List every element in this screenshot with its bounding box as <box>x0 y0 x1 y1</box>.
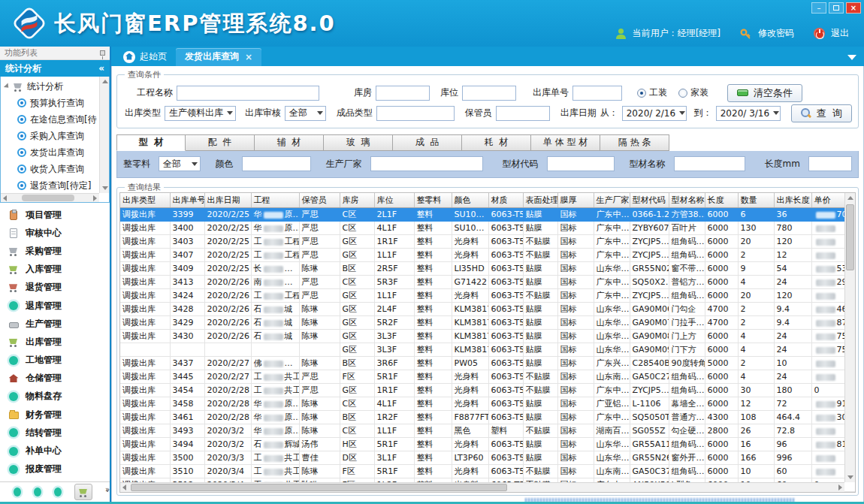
material-tab-2[interactable]: 辅 材 <box>255 134 324 151</box>
column-header[interactable]: 膜厚 <box>557 193 594 208</box>
material-tab-6[interactable]: 单 体 型 材 <box>531 134 600 151</box>
material-tab-5[interactable]: 耗 材 <box>462 134 531 151</box>
column-header[interactable]: 出库长度 <box>774 193 811 208</box>
sidebar-module-8[interactable]: 工地管理 <box>0 352 110 370</box>
column-header[interactable]: 库房 <box>340 193 374 208</box>
table-horizontal-scrollbar[interactable] <box>120 482 844 492</box>
change-password-link[interactable]: 修改密码 <box>758 27 794 40</box>
tab-close-icon[interactable]: × <box>245 52 252 62</box>
tree-vertical-scrollbar[interactable] <box>99 77 109 193</box>
sidebar-module-4[interactable]: 退货管理 <box>0 279 110 297</box>
scroll-right-icon[interactable] <box>838 484 842 490</box>
tree-item-4[interactable]: 收货入库查询 <box>5 161 99 177</box>
scroll-up-icon[interactable] <box>847 196 853 200</box>
table-row[interactable]: 调拨出库34582020/2/28华原…陈琳C区4L1F整料光身料6063-T5… <box>120 397 856 411</box>
out-type-select[interactable]: 生产领料出库 <box>165 106 236 121</box>
tree-horizontal-scrollbar[interactable] <box>1 193 99 202</box>
audit-select[interactable]: 全部 <box>285 106 326 121</box>
column-header[interactable]: 出库单号 <box>170 193 204 208</box>
column-header[interactable]: 颜色 <box>452 193 488 208</box>
table-row[interactable]: 调拨出库34092020/2/25长…陈琳B区2R5F整料LI35HD6063-… <box>120 262 856 276</box>
tab-home[interactable]: 起始页 <box>114 48 176 66</box>
sidebar-module-13[interactable]: 补单中心 <box>0 442 110 460</box>
table-row[interactable]: 调拨出库34942020/3/2石辉城汤伟H区5R1F整料光身料6063-T5贴… <box>120 438 856 451</box>
sidebar-module-3[interactable]: 入库管理 <box>0 261 110 279</box>
sidebar-module-6[interactable]: 生产管理 <box>0 315 110 333</box>
table-row[interactable]: 调拨出库34612020/2/28华原…陈琳B区1R2F整料F8877FT606… <box>120 411 856 424</box>
table-row[interactable]: 调拨出库33992020/2/25华原…严思C区2L1F整料SU10…6063-… <box>120 208 856 222</box>
pin-icon[interactable] <box>100 50 105 56</box>
footer-more-button[interactable]: »˅ <box>105 487 110 496</box>
date-from-select[interactable]: 2020/ 2/16 <box>622 106 687 121</box>
location-input[interactable] <box>462 86 516 101</box>
home-decoration-radio[interactable] <box>678 89 687 98</box>
order-no-input[interactable] <box>572 86 622 101</box>
sidebar-module-11[interactable]: 财务管理 <box>0 406 110 424</box>
column-header[interactable]: 工程 <box>251 193 299 208</box>
maximize-button[interactable] <box>829 2 844 14</box>
warehouse-input[interactable] <box>376 86 430 101</box>
table-row[interactable]: 调拨出库34542020/2/28工共工程严思G区1R1F整料光身料6063-T… <box>120 384 856 397</box>
material-tab-3[interactable]: 玻 璃 <box>324 134 393 151</box>
material-tab-7[interactable]: 隔 热 条 <box>600 134 669 151</box>
column-header[interactable]: 生产厂家 <box>594 193 630 208</box>
material-tab-4[interactable]: 成 品 <box>393 134 462 151</box>
scrollbar-thumb[interactable] <box>846 204 854 270</box>
column-header[interactable]: 材质 <box>488 193 523 208</box>
table-row[interactable]: 调拨出库34072020/2/25工工程严思G区1L1F整料光身料6063-T5… <box>120 249 856 262</box>
tree-item-0[interactable]: 预算执行查询 <box>5 95 99 111</box>
table-row[interactable]: 调拨出库34292020/2/26石城陈琳G区5R2F整料KLM38176063… <box>120 316 856 330</box>
table-row[interactable]: 调拨出库34372020/2/27佛…陈琳B区3R6F整料PW056063-T5… <box>120 357 856 370</box>
sidebar-module-0[interactable]: 项目管理 <box>0 206 110 224</box>
scroll-down-icon[interactable] <box>847 475 853 479</box>
column-header[interactable]: 型材名称 <box>669 193 705 208</box>
factory-input[interactable] <box>370 156 483 171</box>
table-row[interactable]: 调拨出库34282020/2/26石城陈琳G区2L4F整料KLM38176063… <box>120 303 856 316</box>
color-input[interactable] <box>242 156 311 171</box>
project-name-input[interactable] <box>177 86 319 101</box>
collapse-icon[interactable]: « <box>98 63 104 74</box>
work-decoration-radio[interactable] <box>637 89 646 98</box>
table-row[interactable]: 调拨出库35002020/3/3工共工程曹佳D区3L1F整料LT3P606063… <box>120 451 856 465</box>
column-header[interactable]: 出库类型 <box>120 193 170 208</box>
tree-item-1[interactable]: 在途信息查询[待 <box>5 111 99 128</box>
logout-link[interactable]: 退出 <box>831 27 849 40</box>
table-row[interactable]: 调拨出库34002020/2/25华原…严思C区4L1F整料SU10…6063-… <box>120 222 856 235</box>
tree-root[interactable]: 统计分析 <box>5 78 99 95</box>
table-row[interactable]: 调拨出库34302020/2/26石城陈琳G区3L3F整料KLM38176063… <box>120 330 856 343</box>
column-header[interactable]: 整零料 <box>414 193 452 208</box>
minimize-button[interactable]: – <box>811 2 826 14</box>
close-button[interactable]: × <box>846 2 861 14</box>
sidebar-module-10[interactable]: 物料盘存 <box>0 388 110 406</box>
table-row[interactable]: G区3L3F整料KLM38176063-T5贴膜国标山东华…GA90M09…门下… <box>120 343 856 357</box>
sidebar-module-12[interactable]: 结转管理 <box>0 424 110 442</box>
table-row[interactable]: 调拨出库34132020/2/26南…严思C区5R3F整料G714226063-… <box>120 276 856 289</box>
table-row[interactable]: 调拨出库34032020/2/25工工程严思G区1R1F整料光身料6063-T5… <box>120 235 856 249</box>
material-tab-0[interactable]: 型 材 <box>116 134 186 151</box>
expander-icon[interactable] <box>4 83 11 89</box>
footer-circle-icon[interactable] <box>14 487 21 496</box>
column-header[interactable]: 保管员 <box>299 193 340 208</box>
sidebar-module-2[interactable]: 采购管理 <box>0 242 110 260</box>
keeper-input[interactable] <box>496 106 550 121</box>
table-row[interactable]: 调拨出库34932020/3/2华原…陈琳C区1L1F整料黑色塑料不贴膜国标湖南… <box>120 424 856 438</box>
footer-circle-icon[interactable] <box>34 487 41 496</box>
product-type-input[interactable] <box>376 106 455 121</box>
column-header[interactable]: 数量 <box>738 193 774 208</box>
scrollbar-thumb[interactable] <box>22 195 74 201</box>
column-header[interactable]: 长度 <box>705 193 738 208</box>
clear-conditions-button[interactable]: 清空条件 <box>727 84 802 102</box>
search-button[interactable]: 查 询 <box>791 104 852 122</box>
table-row[interactable]: 调拨出库34452020/2/27工共工程严思F区5R1F整料光身料6063-T… <box>120 370 856 384</box>
column-header[interactable]: 型材代码 <box>630 193 669 208</box>
table-row[interactable]: 调拨出库35102020/3/4工共工程陈琳F区5R1F整料光身料6063-T5… <box>120 465 856 478</box>
profile-code-input[interactable] <box>547 156 615 171</box>
column-header[interactable]: 出库日期 <box>204 193 251 208</box>
tree-item-3[interactable]: 发货出库查询 <box>5 144 99 161</box>
date-to-select[interactable]: 2020/ 3/16 <box>716 106 781 121</box>
material-tab-1[interactable]: 配 件 <box>186 134 255 151</box>
sidebar-module-9[interactable]: 仓储管理 <box>0 370 110 388</box>
scrollbar-thumb[interactable] <box>131 484 507 491</box>
sidebar-module-7[interactable]: 出库管理 <box>0 333 110 351</box>
whole-piece-select[interactable]: 全部 <box>159 156 201 171</box>
